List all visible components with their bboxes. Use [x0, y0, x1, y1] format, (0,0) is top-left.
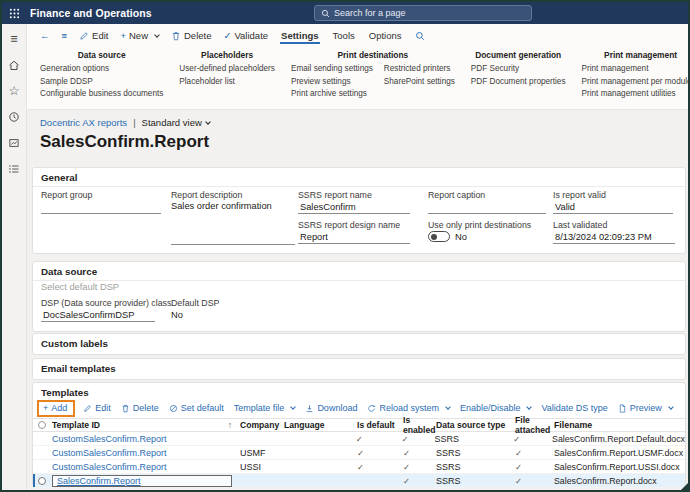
delete-template-button[interactable]: Delete [121, 403, 159, 413]
chevron-down-icon [445, 404, 451, 410]
check-icon: ✓ [510, 462, 554, 472]
ssrs-design-name-field[interactable]: Report [298, 231, 410, 244]
chevron-down-icon [205, 119, 211, 125]
validate-button[interactable]: ✓ Validate [223, 30, 268, 41]
group-placeholders: Placeholders User-defined placeholders P… [179, 50, 275, 88]
check-icon: ✓ [510, 476, 554, 486]
hamburger-icon[interactable]: ≡ [7, 32, 21, 46]
recent-clock-icon[interactable] [7, 110, 21, 124]
workspaces-icon[interactable] [7, 136, 21, 150]
edit-button[interactable]: Edit [79, 30, 108, 41]
tab-tools[interactable]: Tools [332, 28, 356, 44]
column-is-default[interactable]: Is default [352, 420, 398, 430]
link-restricted-printers[interactable]: Restricted printers [384, 63, 455, 76]
ssrs-report-name-field[interactable]: SalesConfirm [298, 201, 410, 214]
column-filename[interactable]: Filename [554, 420, 685, 430]
section-header-data-source[interactable]: Data source [33, 262, 685, 281]
last-validated-label: Last validated [553, 220, 607, 230]
section-custom-labels: Custom labels [32, 333, 686, 355]
report-caption-field[interactable] [428, 201, 546, 214]
link-pdf-security[interactable]: PDF Security [471, 63, 566, 76]
template-id-link[interactable]: SalesConfirm.Report [57, 476, 141, 486]
report-description-underline [171, 244, 295, 245]
validate-ds-type-button[interactable]: Validate DS type [541, 403, 607, 413]
add-template-button[interactable]: + Add [43, 403, 67, 413]
link-sample-ddsp[interactable]: Sample DDSP [40, 76, 163, 89]
report-description-field[interactable]: Sales order confirmation [171, 201, 272, 211]
waffle-menu-icon[interactable] [2, 8, 26, 19]
link-print-management[interactable]: Print management [582, 63, 690, 76]
home-icon[interactable] [7, 58, 21, 72]
select-all-radio[interactable] [38, 421, 46, 429]
check-icon: ✓ [398, 448, 436, 458]
link-configurable-business-documents[interactable]: Configurable business documents [40, 88, 163, 101]
column-company[interactable]: Company [240, 420, 284, 430]
new-button[interactable]: + New [120, 30, 159, 41]
section-header-custom-labels[interactable]: Custom labels [33, 334, 685, 352]
delete-button[interactable]: Delete [171, 30, 211, 41]
default-dsp-value: No [171, 310, 183, 320]
view-selector[interactable]: Standard view [142, 117, 210, 128]
template-id-cell-editor[interactable]: SalesConfirm.Report [52, 475, 232, 487]
use-only-print-destinations-toggle[interactable]: No [428, 231, 467, 242]
set-default-button[interactable]: Set default [169, 403, 224, 413]
link-pdf-document-properties[interactable]: PDF Document properties [471, 76, 566, 89]
ssrs-design-name-label: SSRS report design name [298, 220, 400, 230]
column-data-source-type[interactable]: Data source type [436, 420, 510, 430]
link-placeholder-list[interactable]: Placeholder list [179, 76, 275, 89]
table-row[interactable]: CustomSalesConfirm.Report USSI ✓ ✓ SSRS … [33, 460, 685, 474]
group-print-management: Print management Print management Print … [582, 50, 690, 101]
table-row-selected[interactable]: SalesConfirm.Report ✓ SSRS ✓ SalesConfir… [33, 474, 685, 488]
section-header-email-templates[interactable]: Email templates [33, 359, 685, 377]
check-icon: ✓ [397, 434, 435, 444]
tab-options[interactable]: Options [368, 28, 403, 44]
section-header-general[interactable]: General [33, 168, 685, 187]
enable-disable-menu[interactable]: Enable/Disable [460, 403, 532, 413]
action-pane-menu-icon[interactable]: ≡ [62, 30, 68, 41]
tab-settings[interactable]: Settings [280, 28, 319, 44]
link-generation-options[interactable]: Generation options [40, 63, 163, 76]
select-default-dsp-button[interactable]: Select default DSP [41, 282, 119, 292]
link-print-management-per-module[interactable]: Print management per module [582, 76, 690, 89]
download-button[interactable]: Download [305, 403, 357, 413]
section-email-templates: Email templates [32, 358, 686, 380]
page-title: SalesConfirm.Report [40, 132, 209, 152]
link-print-archive-settings[interactable]: Print archive settings [291, 88, 373, 101]
edit-template-button[interactable]: Edit [83, 403, 111, 413]
favorites-star-icon[interactable]: ☆ [7, 84, 21, 98]
report-group-field[interactable] [41, 201, 161, 214]
template-file-menu[interactable]: Template file [234, 403, 296, 413]
reload-system-menu[interactable]: Reload system [367, 403, 450, 413]
column-template-id[interactable]: Template ID ↑ [50, 420, 240, 430]
modules-list-icon[interactable] [7, 162, 21, 176]
dsp-class-field[interactable]: DocSalesConfirmDSP [41, 309, 155, 322]
link-user-defined-placeholders[interactable]: User-defined placeholders [179, 63, 275, 76]
action-pane-groups: Data source Generation options Sample DD… [27, 47, 688, 103]
breadcrumb: Docentric AX reports | Standard view [40, 117, 210, 128]
preview-menu[interactable]: Preview [618, 403, 673, 413]
table-row[interactable]: CustomSalesConfirm.Report USMF ✓ ✓ SSRS … [33, 446, 685, 460]
group-document-generation: Document generation PDF Security PDF Doc… [471, 50, 566, 88]
column-language[interactable]: Language [284, 420, 352, 430]
link-print-management-utilities[interactable]: Print management utilities [582, 88, 690, 101]
table-row[interactable]: CustomSalesConfirm.Report ✓ ✓ SSRS ✓ Sal… [33, 432, 685, 446]
link-preview-settings[interactable]: Preview settings [291, 76, 373, 89]
chevron-down-icon [527, 404, 533, 410]
template-id-link[interactable]: CustomSalesConfirm.Report [52, 448, 167, 458]
chevron-down-icon [154, 32, 160, 38]
section-header-templates[interactable]: Templates [33, 383, 685, 399]
sort-ascending-icon: ↑ [228, 420, 232, 430]
action-search-icon[interactable] [415, 31, 425, 41]
page-search-input[interactable]: Search for a page [314, 5, 532, 21]
template-id-link[interactable]: CustomSalesConfirm.Report [52, 434, 167, 444]
chevron-down-icon [668, 404, 674, 410]
breadcrumb-link[interactable]: Docentric AX reports [40, 117, 127, 128]
nav-sidebar: ≡ ☆ [2, 24, 27, 490]
link-sharepoint-settings[interactable]: SharePoint settings [384, 76, 455, 89]
template-id-link[interactable]: CustomSalesConfirm.Report [52, 462, 167, 472]
row-selector-radio[interactable] [38, 477, 46, 485]
link-email-sending-settings[interactable]: Email sending settings [291, 63, 373, 76]
back-button[interactable]: ← [40, 30, 50, 41]
ssrs-report-name-label: SSRS report name [298, 190, 372, 200]
section-general: General Report group Report description … [32, 167, 686, 254]
